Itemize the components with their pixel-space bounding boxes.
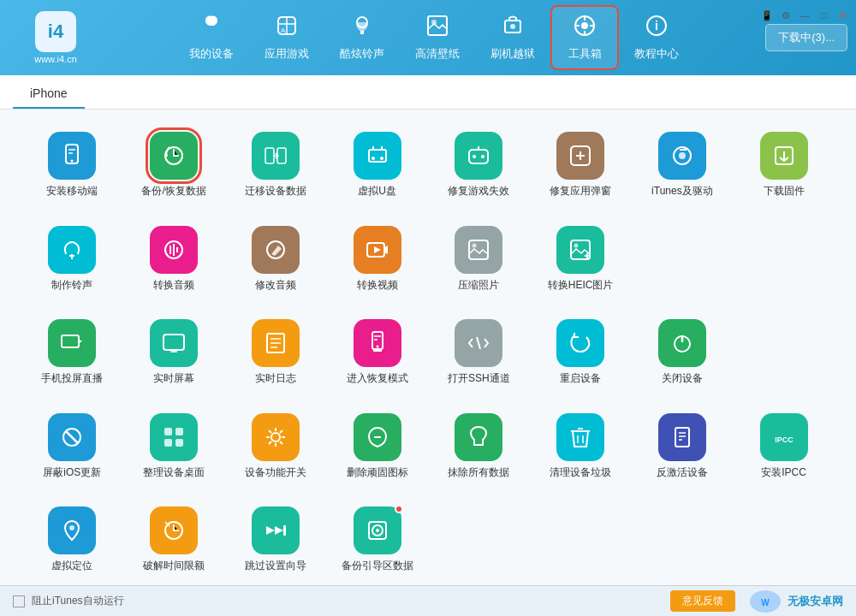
tool-item-device-features[interactable]: 设备功能开关 [229, 408, 323, 485]
phone-icon: 📱 [760, 9, 774, 22]
tool-item-open-ssh[interactable]: 打开SSH通道 [432, 314, 526, 391]
svg-rect-23 [369, 150, 386, 162]
make-ringtone-label: 制作铃声 [51, 279, 92, 293]
close-button[interactable]: ✕ [835, 9, 849, 22]
svg-text:i: i [655, 19, 658, 33]
convert-video-label: 转换视频 [357, 279, 398, 293]
install-mobile-label: 安装移动端 [46, 185, 98, 198]
tool-item-virtual-udisk[interactable]: 虚拟U盘 [330, 127, 424, 204]
header-right: 下载中(3)... [765, 24, 847, 51]
status-left: 阻止iTunes自动运行 [13, 594, 124, 608]
skip-setup-icon [252, 506, 300, 554]
erase-all-icon [455, 413, 502, 461]
nav-item-app-games[interactable]: A应用游戏 [249, 7, 324, 68]
tool-item-make-ringtone[interactable]: 制作铃声 [26, 221, 119, 298]
recovery-mode-label: 进入恢复模式 [347, 372, 408, 386]
screen-cast-label: 手机投屏直播 [41, 372, 103, 386]
tool-item-compress-photos[interactable]: 压缩照片 [432, 221, 526, 298]
svg-rect-60 [164, 439, 172, 447]
minimize-button[interactable]: — [798, 9, 811, 22]
maximize-button[interactable]: □ [817, 9, 830, 22]
tab-bar: iPhone [0, 75, 856, 110]
nav-item-wallpaper[interactable]: 高清壁纸 [400, 7, 475, 68]
nav-item-jailbreak[interactable]: 刷机越狱 [475, 7, 550, 68]
wallpaper-icon [425, 14, 449, 44]
tool-item-skip-setup[interactable]: 跳过设置向导 [229, 501, 323, 578]
tool-item-convert-audio[interactable]: 转换音频 [128, 221, 221, 298]
tool-item-convert-heic[interactable]: 转换HEIC图片 [534, 221, 627, 298]
tool-item-backup-sector[interactable]: 备份引导区数据 [330, 501, 424, 578]
tool-item-backup-restore[interactable]: 备份/恢复数据 [128, 127, 221, 204]
my-device-icon [199, 14, 223, 44]
tool-item-virtual-location[interactable]: 虚拟定位 [26, 501, 119, 578]
tool-item-clean-junk[interactable]: 清理设备垃圾 [534, 408, 627, 485]
feedback-button[interactable]: 意见反馈 [670, 590, 735, 612]
tool-item-delete-stubborn[interactable]: 删除顽固图标 [330, 408, 424, 485]
tool-item-edit-audio[interactable]: 修改音频 [229, 221, 323, 298]
nav-item-ringtones[interactable]: 酷炫铃声 [324, 7, 400, 68]
svg-point-24 [372, 157, 375, 160]
toolbox-icon [573, 14, 597, 44]
itunes-checkbox[interactable] [13, 595, 25, 607]
svg-rect-61 [175, 439, 183, 447]
block-ios-update-label: 屏蔽iOS更新 [43, 466, 101, 480]
delete-stubborn-label: 删除顽固图标 [347, 466, 408, 480]
tool-item-fix-games[interactable]: 修复游戏失效 [432, 127, 526, 204]
tool-item-recovery-mode[interactable]: 进入恢复模式 [330, 314, 424, 391]
tool-item-reboot-device[interactable]: 重启设备 [534, 314, 627, 391]
svg-point-28 [473, 155, 476, 158]
tool-item-install-mobile[interactable]: 安装移动端 [26, 127, 119, 204]
download-button[interactable]: 下载中(3)... [765, 24, 847, 51]
tool-item-real-log[interactable]: 实时日志 [229, 314, 323, 391]
svg-rect-45 [62, 335, 79, 347]
tool-item-download-firmware[interactable]: 下载固件 [737, 127, 830, 204]
tool-item-screen-cast[interactable]: 手机投屏直播 [26, 314, 119, 391]
tool-grid: 安装移动端备份/恢复数据迁移设备数据虚拟U盘修复游戏失效修复应用弹窗iTunes… [26, 127, 830, 578]
svg-point-42 [473, 243, 477, 247]
clean-junk-icon [556, 413, 604, 461]
install-ipcc-label: 安装IPCC [761, 466, 806, 480]
backup-restore-label: 备份/恢复数据 [141, 185, 205, 198]
nav-item-my-device[interactable]: 我的设备 [174, 7, 249, 68]
tool-item-itunes-driver[interactable]: iTunes及驱动 [636, 127, 729, 204]
nav-item-tutorial[interactable]: i教程中心 [619, 7, 694, 68]
svg-rect-75 [283, 525, 286, 536]
virtual-udisk-icon [354, 132, 401, 180]
svg-rect-21 [265, 148, 274, 163]
header: i4 www.i4.cn 我的设备A应用游戏酷炫铃声高清壁纸刷机越狱工具箱i教程… [0, 0, 856, 75]
nav-item-toolbox[interactable]: 工具箱 [550, 5, 619, 70]
tool-item-real-screen[interactable]: 实时屏幕 [128, 314, 221, 391]
tool-item-manage-desktop[interactable]: 整理设备桌面 [128, 408, 221, 485]
ringtones-label: 酷炫铃声 [340, 46, 384, 62]
break-time-limit-label: 破解时间限额 [143, 560, 205, 573]
erase-all-label: 抹除所有数据 [448, 466, 509, 480]
deactivate-icon [658, 413, 706, 461]
real-screen-icon [150, 319, 198, 367]
tool-item-deactivate[interactable]: 反激活设备 [636, 408, 729, 485]
main-content: 安装移动端备份/恢复数据迁移设备数据虚拟U盘修复游戏失效修复应用弹窗iTunes… [0, 110, 856, 585]
svg-point-11 [581, 22, 588, 29]
convert-audio-label: 转换音频 [153, 279, 194, 293]
tool-item-fix-app-popup[interactable]: 修复应用弹窗 [534, 127, 627, 204]
settings-icon[interactable]: ⚙ [779, 9, 793, 22]
reboot-device-label: 重启设备 [560, 372, 601, 386]
open-ssh-icon [455, 319, 502, 367]
tool-item-erase-all[interactable]: 抹除所有数据 [432, 408, 526, 485]
jailbreak-icon [501, 14, 525, 44]
virtual-location-icon [48, 506, 96, 554]
tool-item-install-ipcc[interactable]: IPCC安装IPCC [737, 408, 830, 485]
svg-point-72 [69, 525, 74, 530]
tool-item-break-time-limit[interactable]: 破解时间限额 [128, 501, 221, 578]
tool-item-migrate-data[interactable]: 迁移设备数据 [229, 127, 323, 204]
app-games-icon: A [275, 14, 299, 44]
convert-audio-icon [150, 226, 198, 274]
tab-iphone[interactable]: iPhone [13, 80, 85, 109]
tool-item-shutdown-device[interactable]: 关闭设备 [636, 314, 729, 391]
convert-video-icon [354, 226, 401, 274]
wallpaper-label: 高清壁纸 [415, 46, 460, 62]
edit-audio-icon [252, 226, 300, 274]
tool-item-convert-video[interactable]: 转换视频 [330, 221, 424, 298]
watermark-text: 无极安卓网 [788, 594, 843, 609]
tool-item-block-ios-update[interactable]: 屏蔽iOS更新 [26, 408, 119, 485]
virtual-udisk-label: 虚拟U盘 [358, 185, 396, 198]
